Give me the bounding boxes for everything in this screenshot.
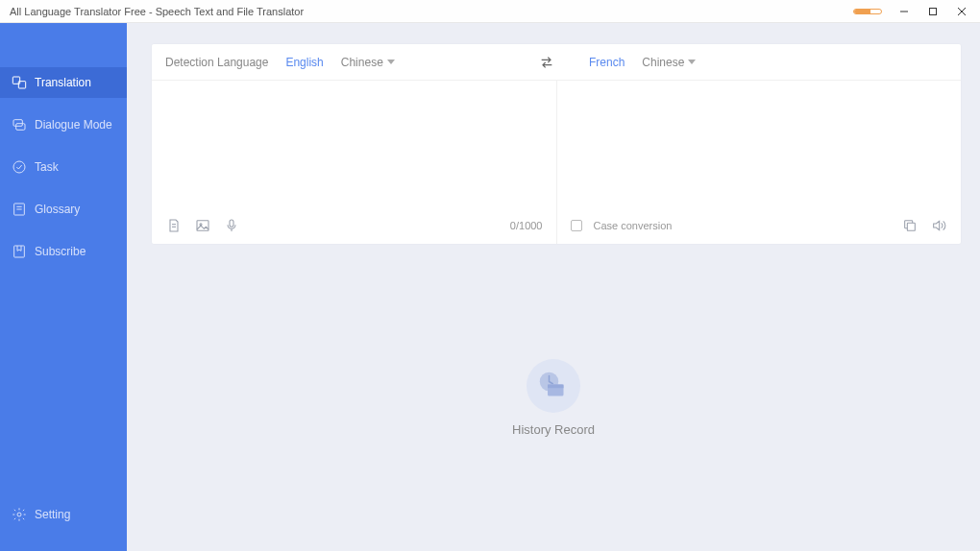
sidebar-item-task[interactable]: Task xyxy=(0,152,127,182)
source-lang-dropdown[interactable]: Chinese xyxy=(341,56,395,69)
speaker-icon[interactable] xyxy=(930,217,947,234)
sidebar-item-setting[interactable]: Setting xyxy=(0,499,127,530)
sidebar-item-subscribe[interactable]: Subscribe xyxy=(0,236,127,267)
history-record-label: History Record xyxy=(512,422,595,437)
sidebar-item-label: Translation xyxy=(35,76,91,89)
sidebar-item-label: Dialogue Mode xyxy=(35,118,112,132)
translate-panel: Detection Language English Chinese Frenc… xyxy=(152,44,961,244)
maximize-button[interactable] xyxy=(926,5,940,18)
translate-icon xyxy=(12,75,27,90)
detect-language-button[interactable]: Detection Language xyxy=(165,56,268,69)
svg-rect-6 xyxy=(13,120,22,127)
svg-rect-19 xyxy=(907,223,915,230)
target-lang-french[interactable]: French xyxy=(589,56,625,69)
history-section: History Record xyxy=(127,244,980,551)
window-controls xyxy=(853,5,976,18)
gear-icon xyxy=(12,507,27,522)
svg-rect-22 xyxy=(548,384,564,388)
source-lang-chinese: Chinese xyxy=(341,56,383,69)
titlebar: All Language Translator Free - Speech Te… xyxy=(0,0,980,23)
sidebar-item-dialogue[interactable]: Dialogue Mode xyxy=(0,109,127,140)
main-area: Detection Language English Chinese Frenc… xyxy=(127,23,980,551)
chevron-down-icon xyxy=(688,60,696,64)
svg-rect-16 xyxy=(197,221,208,231)
dialogue-icon xyxy=(12,117,27,132)
sidebar-item-label: Subscribe xyxy=(35,245,86,258)
subscribe-icon xyxy=(12,244,27,259)
window-title: All Language Translator Free - Speech Te… xyxy=(10,6,304,17)
microphone-icon[interactable] xyxy=(223,217,240,234)
sidebar-item-label: Task xyxy=(35,160,59,174)
minimize-button[interactable] xyxy=(897,5,911,18)
target-text-pane: Case conversion xyxy=(557,81,962,244)
source-text-pane[interactable]: 0/1000 xyxy=(152,81,557,244)
image-icon[interactable] xyxy=(194,217,211,234)
case-conversion-checkbox[interactable] xyxy=(571,220,582,231)
task-icon xyxy=(12,159,27,175)
panel-header: Detection Language English Chinese Frenc… xyxy=(152,44,961,81)
chevron-down-icon xyxy=(387,60,395,64)
char-counter: 0/1000 xyxy=(510,220,543,231)
svg-point-13 xyxy=(17,513,21,516)
document-icon[interactable] xyxy=(165,217,183,234)
svg-point-8 xyxy=(13,161,25,173)
svg-rect-12 xyxy=(14,246,25,257)
sidebar-item-translation[interactable]: Translation xyxy=(0,67,127,98)
close-button[interactable] xyxy=(955,5,968,18)
target-lang-chinese: Chinese xyxy=(642,56,684,69)
case-conversion-label: Case conversion xyxy=(594,220,673,231)
history-record-icon xyxy=(527,359,580,413)
target-lang-dropdown[interactable]: Chinese xyxy=(642,56,696,69)
sidebar-item-glossary[interactable]: Glossary xyxy=(0,194,127,225)
svg-rect-1 xyxy=(930,8,937,14)
copy-icon[interactable] xyxy=(901,217,919,234)
swap-languages-button[interactable] xyxy=(537,56,556,69)
battery-pill-icon xyxy=(853,9,882,14)
sidebar-item-label: Setting xyxy=(35,508,70,521)
sidebar: Translation Dialogue Mode Task Glossary … xyxy=(0,23,127,551)
source-lang-english[interactable]: English xyxy=(285,56,323,69)
glossary-icon xyxy=(12,202,27,217)
svg-rect-7 xyxy=(16,124,25,131)
sidebar-item-label: Glossary xyxy=(35,203,80,216)
svg-rect-18 xyxy=(230,220,233,227)
